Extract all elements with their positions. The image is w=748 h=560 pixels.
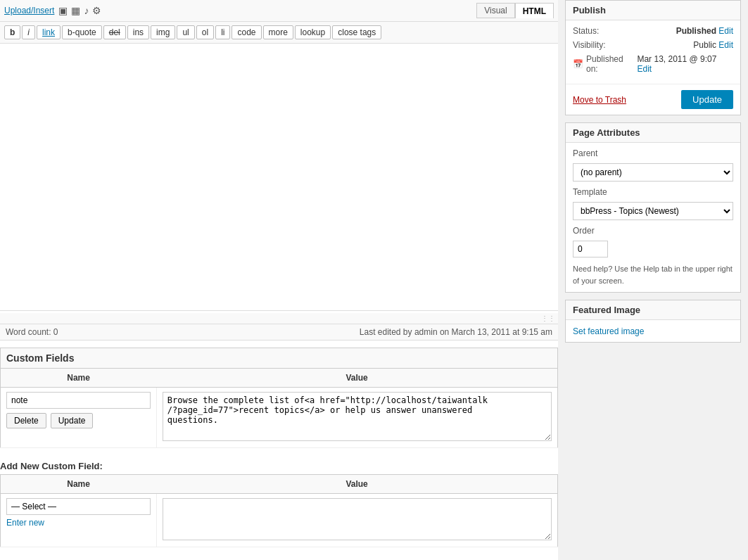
cf-value-textarea[interactable]: Browse the complete list of<a href="http…: [163, 392, 552, 441]
sidebar: Publish Status: Published Edit Visibilit…: [558, 0, 748, 560]
custom-fields-title: Custom Fields: [0, 348, 558, 368]
featured-image-body: Set featured image: [566, 320, 740, 342]
more-btn[interactable]: more: [263, 25, 293, 39]
published-edit-link[interactable]: Edit: [637, 64, 652, 74]
editor-textarea[interactable]: [0, 44, 558, 311]
li-btn[interactable]: li: [215, 25, 230, 39]
status-value: Published: [676, 26, 716, 36]
cf-name-input[interactable]: [6, 392, 151, 409]
published-value: Mar 13, 2011 @ 9:07: [637, 54, 716, 64]
cf-new-value-textarea[interactable]: [163, 498, 552, 540]
editor-status-bar: Word count: 0 Last edited by admin on Ma…: [0, 324, 558, 341]
update-button[interactable]: Update: [681, 90, 733, 109]
status-label: Status:: [573, 26, 599, 36]
set-featured-image-link[interactable]: Set featured image: [573, 326, 644, 336]
publish-actions: Move to Trash Update: [566, 84, 740, 115]
cf-new-name-header: Name: [1, 475, 157, 494]
page-attributes-body: Parent (no parent) Template bbPress - To…: [566, 143, 740, 292]
upload-insert-label[interactable]: Upload/Insert: [4, 6, 54, 15]
status-row: Status: Published Edit: [573, 26, 733, 36]
settings-icon[interactable]: ⚙: [92, 5, 101, 16]
cf-value-header: Value: [156, 369, 557, 388]
enter-new-link[interactable]: Enter new: [6, 518, 151, 528]
html-btn[interactable]: HTML: [515, 3, 554, 18]
help-text: Need help? Use the Help tab in the upper…: [573, 263, 733, 286]
order-label: Order: [573, 226, 733, 236]
cf-delete-btn[interactable]: Delete: [6, 413, 46, 428]
publish-panel: Publish Status: Published Edit Visibilit…: [565, 0, 741, 115]
page-attributes-panel: Page Attributes Parent (no parent) Templ…: [565, 122, 741, 293]
featured-image-header: Featured Image: [566, 300, 740, 320]
order-input[interactable]: [573, 241, 608, 257]
cf-new-value-header: Value: [156, 475, 557, 494]
img-btn[interactable]: img: [151, 25, 175, 39]
cf-row: Delete Update Browse the complete list o…: [1, 388, 558, 448]
calendar-icon: 📅: [573, 59, 583, 69]
featured-image-panel: Featured Image Set featured image: [565, 300, 741, 343]
visibility-value: Public: [693, 40, 716, 50]
published-label: Published on:: [586, 54, 637, 74]
cf-name-header: Name: [1, 369, 157, 388]
ol-btn[interactable]: ol: [196, 25, 214, 39]
upload-toolbar: Upload/Insert ▣ ▦ ♪ ⚙ Visual HTML: [0, 0, 558, 22]
close-tags-btn[interactable]: close tags: [332, 25, 381, 39]
last-edited: Last edited by admin on March 13, 2011 a…: [360, 327, 552, 337]
status-edit-link[interactable]: Edit: [718, 26, 733, 36]
ul-btn[interactable]: ul: [177, 25, 194, 39]
code-btn[interactable]: code: [232, 25, 261, 39]
visual-btn[interactable]: Visual: [476, 3, 514, 18]
template-select[interactable]: bbPress - Topics (Newest): [573, 202, 733, 220]
page-attributes-header: Page Attributes: [566, 123, 740, 143]
bquote-btn[interactable]: b-quote: [62, 25, 102, 39]
template-label: Template: [573, 187, 733, 197]
add-cf-table: Name Value — Select — Enter new: [0, 474, 558, 547]
custom-fields-section: Custom Fields Name Value Delete Up: [0, 348, 558, 547]
published-row: 📅 Published on: Mar 13, 2011 @ 9:07 Edit: [573, 54, 733, 74]
add-cf-title: Add New Custom Field:: [0, 455, 558, 474]
visibility-row: Visibility: Public Edit: [573, 40, 733, 50]
parent-label: Parent: [573, 148, 733, 158]
audio-icon[interactable]: ♪: [84, 5, 89, 16]
gallery-icon[interactable]: ▦: [71, 5, 80, 16]
italic-btn[interactable]: i: [22, 25, 35, 39]
move-trash-button[interactable]: Move to Trash: [573, 95, 626, 105]
lookup-btn[interactable]: lookup: [295, 25, 331, 39]
resize-handle[interactable]: ⋮⋮: [0, 313, 558, 324]
del-btn[interactable]: del: [103, 25, 126, 39]
image-icon[interactable]: ▣: [58, 5, 68, 16]
cf-update-btn[interactable]: Update: [51, 413, 94, 428]
parent-select[interactable]: (no parent): [573, 163, 733, 182]
visibility-edit-link[interactable]: Edit: [718, 40, 733, 50]
ins-btn[interactable]: ins: [127, 25, 149, 39]
publish-panel-header: Publish: [566, 1, 740, 20]
visibility-label: Visibility:: [573, 40, 605, 50]
word-count: Word count: 0: [6, 327, 58, 337]
bold-btn[interactable]: b: [4, 25, 20, 39]
cf-name-select[interactable]: — Select —: [6, 498, 151, 515]
link-btn[interactable]: link: [37, 25, 61, 39]
cf-new-row: — Select — Enter new: [1, 494, 558, 547]
view-toggle: Visual HTML: [476, 3, 554, 18]
custom-fields-table: Name Value Delete Update: [0, 368, 558, 448]
format-bar: b i link b-quote del ins img ul ol li co…: [0, 22, 558, 44]
publish-panel-body: Status: Published Edit Visibility: Publi…: [566, 20, 740, 84]
